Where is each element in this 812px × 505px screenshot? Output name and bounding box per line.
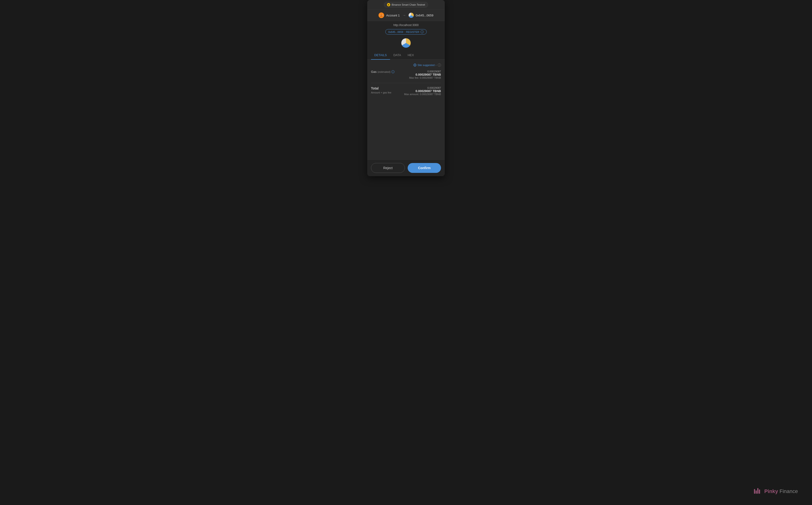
- metamask-fox-icon: [378, 12, 384, 18]
- gas-label: Gas (estimated) i: [371, 70, 394, 73]
- avatar-section: [367, 37, 445, 51]
- reject-button[interactable]: Reject: [371, 163, 405, 173]
- site-suggested-row: Site suggested › i: [371, 63, 441, 67]
- svg-rect-17: [756, 490, 757, 494]
- total-maxamount: Max amount: 0.00029087 TBNB: [404, 93, 441, 96]
- from-account: Account 1: [378, 12, 400, 18]
- total-row: Total Amount + gas fee 0.00029087 0.0002…: [371, 87, 441, 96]
- tab-details[interactable]: DETAILS: [371, 51, 390, 60]
- register-pill[interactable]: 0x645...0659 : REGISTER i: [385, 29, 427, 34]
- globe-icon: [413, 63, 417, 67]
- gas-values: 0.00029087 0.00029087 TBNB Max fee: 0.00…: [409, 70, 441, 79]
- tab-data[interactable]: DATA: [390, 51, 404, 60]
- gas-value-main: 0.00029087 TBNB: [409, 73, 441, 76]
- register-info-icon[interactable]: i: [421, 30, 424, 33]
- network-bar: B Binance Smart Chain Testnet: [367, 0, 445, 10]
- site-suggested-chevron: ›: [436, 64, 436, 66]
- watermark-label: Pinky Finance: [764, 488, 798, 494]
- total-value-small: 0.00029087: [404, 87, 441, 89]
- badge-action: : REGISTER: [404, 30, 419, 33]
- gas-row: Gas (estimated) i 0.00029087 0.00029087 …: [371, 70, 441, 79]
- transfer-arrow-icon: →: [402, 13, 406, 17]
- divider: [371, 83, 441, 83]
- site-suggested-link[interactable]: Site suggested ›: [413, 63, 436, 67]
- button-row: Reject Confirm: [367, 160, 445, 176]
- bnb-icon: B: [387, 3, 390, 6]
- gas-info-icon[interactable]: i: [391, 70, 394, 73]
- network-badge[interactable]: B Binance Smart Chain Testnet: [384, 2, 428, 8]
- gas-section: Gas (estimated) i 0.00029087 0.00029087 …: [371, 70, 441, 79]
- gas-maxfee: Max fee: 0.00029087 TBNB: [409, 76, 441, 79]
- badge-address: 0x645...0659: [388, 30, 403, 33]
- site-url: http://localhost:3000: [367, 21, 445, 28]
- details-content: Site suggested › i Gas (estimated) i 0.0…: [367, 60, 445, 160]
- network-name: Binance Smart Chain Testnet: [392, 3, 425, 6]
- from-account-name: Account 1: [386, 14, 400, 17]
- register-badge: 0x645...0659 : REGISTER i: [367, 28, 445, 37]
- site-suggested-label: Site suggested: [418, 64, 435, 66]
- pinky-finance-logo-icon: [754, 487, 762, 496]
- total-section: Total Amount + gas fee 0.00029087 0.0002…: [371, 87, 441, 96]
- account-row: Account 1 → 0x645...0659: [367, 10, 445, 21]
- total-label: Total: [371, 87, 391, 90]
- svg-rect-19: [759, 490, 760, 494]
- transaction-avatar: [401, 38, 411, 48]
- to-account: 0x645...0659: [409, 13, 433, 18]
- watermark: Pinky Finance: [754, 487, 798, 496]
- site-suggested-info-icon[interactable]: i: [438, 63, 441, 67]
- svg-point-0: [378, 12, 384, 18]
- svg-rect-16: [754, 489, 755, 494]
- total-value-main: 0.00029087 TBNB: [404, 89, 441, 93]
- to-account-address: 0x645...0659: [416, 14, 433, 17]
- total-values: 0.00029087 0.00029087 TBNB Max amount: 0…: [404, 87, 441, 96]
- total-label-col: Total Amount + gas fee: [371, 87, 391, 94]
- tab-hex[interactable]: HEX: [404, 51, 417, 60]
- total-sublabel: Amount + gas fee: [371, 91, 391, 94]
- content-spacer: [371, 99, 441, 156]
- wallet-popup: B Binance Smart Chain Testnet: [367, 0, 445, 176]
- to-account-avatar: [409, 13, 414, 18]
- gas-value-small: 0.00029087: [409, 70, 441, 73]
- tabs-bar: DETAILS DATA HEX: [367, 51, 445, 60]
- svg-rect-18: [757, 488, 759, 494]
- confirm-button[interactable]: Confirm: [408, 163, 441, 173]
